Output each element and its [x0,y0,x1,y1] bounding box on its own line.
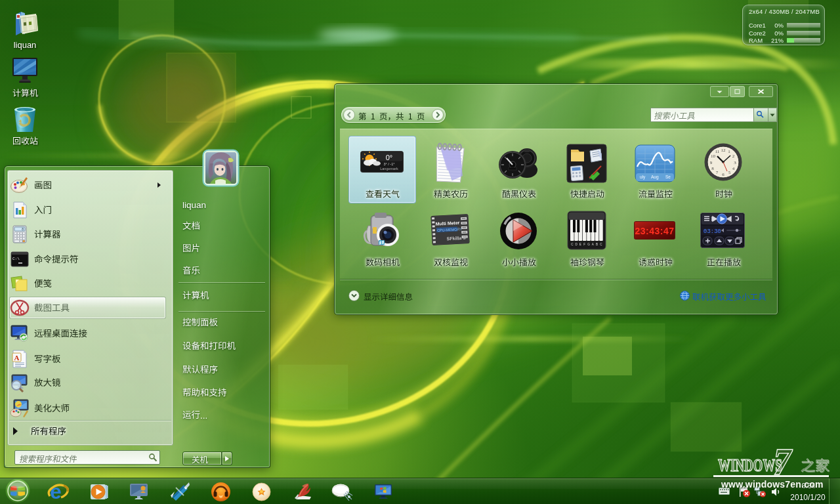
svg-text:5: 5 [728,170,731,175]
svg-text:Langemark: Langemark [380,167,398,171]
svg-text:C:\: C:\ [12,257,20,261]
svg-text:A: A [14,354,20,362]
svg-text:11: 11 [715,149,720,154]
svg-text:7: 7 [716,170,719,175]
svg-text:G: G [587,243,590,246]
svg-text:B: B [596,243,598,246]
svg-text:Aug: Aug [651,175,659,180]
svg-text:12: 12 [721,148,726,153]
svg-text:03:30: 03:30 [704,228,721,235]
svg-text:E: E [579,243,581,246]
svg-text:4: 4 [732,166,735,171]
svg-text:uly: uly [640,175,646,180]
svg-text:6: 6 [722,172,724,177]
svg-text:23:43:47: 23:43:47 [635,226,674,236]
svg-text:9: 9 [710,160,713,165]
svg-text:1: 1 [728,149,730,154]
svg-text:2: 2 [732,154,735,159]
svg-text:8: 8 [22,227,24,231]
svg-text:3° / -1°: 3° / -1° [384,162,395,166]
svg-text:F: F [583,243,585,246]
svg-text:8: 8 [711,166,714,171]
svg-text:10: 10 [711,154,716,159]
svg-text:3: 3 [734,160,736,165]
svg-text:0°: 0° [386,154,393,161]
svg-text:Se: Se [665,175,671,179]
